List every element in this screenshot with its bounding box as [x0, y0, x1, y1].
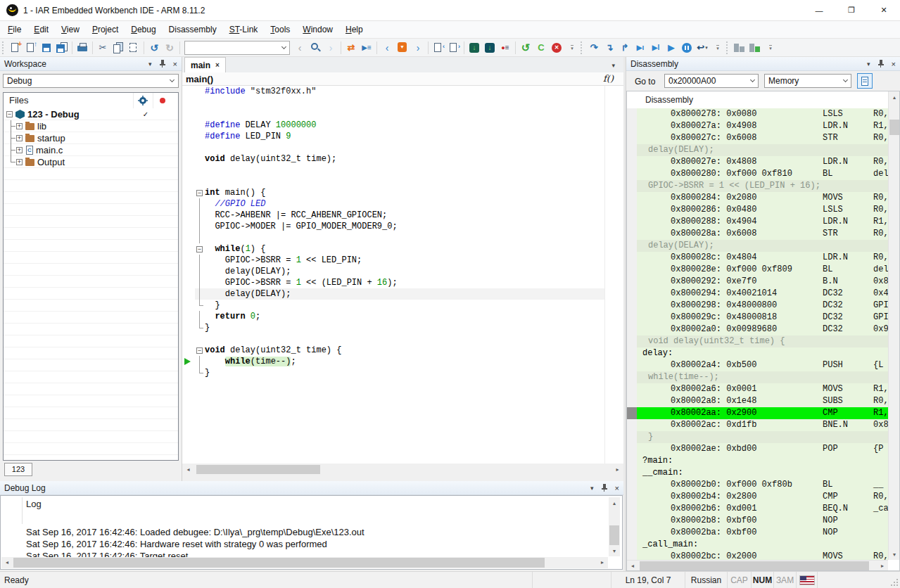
fold-margin[interactable]	[195, 300, 205, 311]
goto-address-combobox[interactable]: 0x20000A00	[664, 74, 759, 88]
menu-help[interactable]: Help	[339, 21, 369, 39]
menu-window[interactable]: Window	[296, 21, 339, 39]
breakpoint-margin[interactable]	[182, 187, 195, 198]
close-icon[interactable]: ×	[615, 485, 619, 492]
paste-button[interactable]	[126, 40, 141, 56]
breakpoint-margin[interactable]	[182, 131, 195, 142]
disassembly-gutter[interactable]	[627, 108, 637, 560]
breakpoint-margin[interactable]	[182, 243, 195, 255]
disasm-row[interactable]: 0x80002ba: 0xbf00NOP	[637, 527, 889, 539]
code-line[interactable]: #include "stm32f0xx.h"	[182, 86, 623, 97]
nav-forward-button[interactable]: ›	[410, 40, 426, 56]
nav-back-button[interactable]: ‹	[379, 40, 395, 56]
breakpoint-margin[interactable]	[182, 266, 195, 277]
disasm-row[interactable]: ?main:	[637, 455, 889, 467]
breakpoint-margin[interactable]	[182, 255, 195, 266]
workspace-header[interactable]: Workspace ▾ ×	[0, 57, 182, 71]
breakpoint-margin[interactable]	[182, 108, 195, 120]
fold-box-icon[interactable]: −	[196, 347, 203, 354]
disasm-row[interactable]: GPIOC->BSRR = 1 << (LED_PIN + 16);	[637, 180, 889, 192]
disasm-row[interactable]: 0x80002a0: 0x00989680DC320x9	[637, 324, 889, 335]
code-line[interactable]	[182, 142, 623, 153]
save-all-button[interactable]	[54, 40, 70, 56]
fold-margin[interactable]: −	[195, 345, 205, 356]
disasm-row[interactable]: 0x80002b4: 0x2800CMPR0,	[637, 491, 889, 503]
code-line[interactable]: delay(DELAY);	[182, 288, 623, 300]
disasm-row[interactable]: 0x8000294: 0x40021014DC320x4	[637, 288, 889, 300]
disasm-row[interactable]: 0x80002b6: 0xd001BEQ.N_ca	[637, 503, 889, 515]
code-line[interactable]: }	[182, 300, 623, 311]
disasm-row[interactable]: 0x8000288: 0x4904LDR.NR1,	[637, 216, 889, 228]
disassembly-hscrollbar[interactable]: ◂ ▸	[627, 560, 888, 570]
prev-match-button[interactable]: ‹	[292, 40, 308, 56]
breakpoint-margin[interactable]	[182, 367, 195, 378]
tree-item-startup[interactable]: +startup	[4, 132, 178, 144]
code-line[interactable]: −void delay(uint32_t time) {	[182, 345, 623, 356]
tree-item-main-c[interactable]: +Cmain.c	[4, 144, 178, 156]
quick-search-combobox[interactable]	[184, 41, 290, 55]
code-line[interactable]	[182, 165, 623, 176]
chevron-down-icon[interactable]	[839, 75, 851, 87]
fold-margin[interactable]	[195, 198, 205, 210]
disasm-row[interactable]: while(time--);	[637, 371, 889, 383]
scroll-left-icon[interactable]: ◂	[1, 557, 13, 568]
copy-button[interactable]	[110, 40, 126, 56]
tree-item-123-debug[interactable]: −123 - Debug✓	[4, 108, 178, 120]
code-area[interactable]: #include "stm32f0xx.h"#define DELAY 1000…	[182, 86, 623, 464]
disasm-row[interactable]: 0x800027a: 0x4908LDR.NR1,	[637, 120, 889, 132]
code-line[interactable]: }	[182, 322, 623, 333]
disasm-row[interactable]: 0x8000280: 0xf000 0xf810BLdel	[637, 168, 889, 180]
bookmark-button[interactable]: ▼	[395, 40, 410, 56]
breakpoint-margin[interactable]	[182, 322, 195, 333]
menu-file[interactable]: File	[1, 21, 27, 39]
tree-item-output[interactable]: +Output	[4, 156, 178, 168]
scroll-left-icon[interactable]: ◂	[627, 561, 638, 571]
breakpoint-margin[interactable]	[182, 232, 195, 243]
view-mode-combobox[interactable]: Memory	[764, 74, 851, 88]
disasm-row[interactable]: }	[637, 431, 889, 443]
breakpoint-margin[interactable]	[182, 120, 195, 131]
download-flash-button[interactable]: ↓	[482, 40, 497, 56]
save-button[interactable]	[39, 40, 54, 56]
fold-margin[interactable]	[195, 367, 205, 378]
toolbar-grip[interactable]	[2, 41, 6, 54]
panel-menu-icon[interactable]: ▾	[590, 485, 594, 492]
scroll-right-icon[interactable]: ▸	[611, 464, 623, 475]
panel-menu-icon[interactable]: ▾	[867, 60, 870, 68]
menu-disassembly[interactable]: Disassembly	[163, 21, 223, 39]
toolbar-grip[interactable]	[726, 41, 730, 54]
panel-menu-icon[interactable]: ▾	[148, 60, 152, 68]
step-into-button[interactable]: ↴	[602, 40, 617, 56]
disasm-row[interactable]: 0x8000292: 0xe7f0B.N0x8	[637, 276, 889, 288]
close-icon[interactable]: ×	[892, 60, 896, 68]
disasm-row[interactable]: _call_main:	[637, 539, 889, 551]
open-header-button[interactable]: ‹	[431, 40, 446, 56]
disasm-row[interactable]: 0x80002bc: 0x2000MOVSR0,	[637, 551, 889, 560]
disasm-row[interactable]: 0x80002ae: 0xbd00POP{P	[637, 443, 889, 455]
scroll-down-icon[interactable]: ▾	[889, 549, 900, 560]
jump-list-button[interactable]: ▶≡	[359, 40, 374, 56]
tree-expander-icon[interactable]: +	[16, 135, 23, 141]
code-line[interactable]: return 0;	[182, 311, 623, 322]
breakpoint-margin[interactable]	[182, 311, 195, 322]
reload-button[interactable]: C	[533, 40, 549, 56]
menu-tools[interactable]: Tools	[264, 21, 296, 39]
stop-button[interactable]: ✕	[549, 40, 564, 56]
breakpoint-margin[interactable]	[182, 165, 195, 176]
menu-project[interactable]: Project	[86, 21, 125, 39]
disasm-row[interactable]: 0x80002a6: 0x0001MOVSR1,	[637, 383, 889, 395]
code-line[interactable]	[182, 232, 623, 243]
disasm-row[interactable]: delay(DELAY);	[637, 144, 889, 156]
breakpoint-margin[interactable]	[182, 288, 195, 300]
disasm-row[interactable]: 0x8000278: 0x0080LSLSR0,	[637, 108, 889, 120]
configuration-combobox[interactable]: Debug	[3, 74, 179, 88]
code-line[interactable]	[182, 108, 623, 120]
fold-margin[interactable]	[195, 266, 205, 277]
tree-expander-icon[interactable]: −	[6, 111, 13, 117]
go-button[interactable]: ▶	[664, 40, 679, 56]
new-file-button[interactable]: +	[8, 40, 23, 56]
tab-list-dropdown-icon[interactable]: ▾	[611, 62, 615, 69]
disasm-row[interactable]: 0x800029c: 0x48000818DC32GPI	[637, 312, 889, 324]
disassembly-listing[interactable]: 0x8000278: 0x0080LSLSR0,0x800027a: 0x490…	[637, 108, 889, 560]
scroll-right-icon[interactable]: ▸	[597, 557, 608, 568]
